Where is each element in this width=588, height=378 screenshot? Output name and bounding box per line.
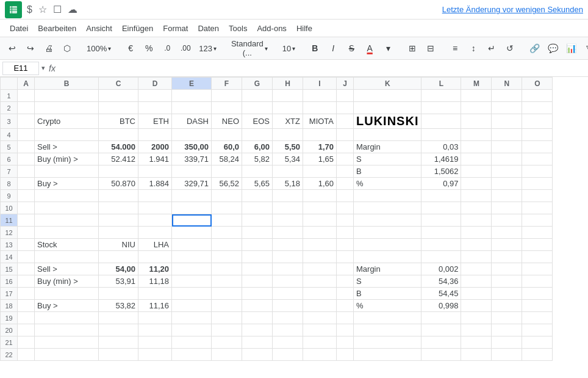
cell-M15[interactable]	[461, 263, 492, 275]
cell-D14[interactable]	[138, 251, 172, 263]
cell-ref-arrow-icon[interactable]: ▾	[41, 64, 45, 72]
cell-L22[interactable]	[421, 349, 461, 361]
cell-D13[interactable]: LHA	[138, 239, 172, 251]
cell-O17[interactable]	[522, 288, 553, 300]
cell-J14[interactable]	[337, 251, 354, 263]
cell-G21[interactable]	[242, 336, 273, 349]
cell-O13[interactable]	[522, 239, 553, 251]
menu-hilfe[interactable]: Hilfe	[292, 23, 317, 34]
cell-F11[interactable]	[212, 214, 242, 227]
cell-D4[interactable]	[138, 129, 172, 141]
cell-N22[interactable]	[492, 349, 522, 361]
col-header-J[interactable]: J	[337, 78, 354, 90]
comment-button[interactable]: 💬	[544, 40, 561, 57]
cell-L2[interactable]	[421, 102, 461, 114]
cell-M13[interactable]	[461, 239, 492, 251]
cell-K4[interactable]	[354, 129, 421, 141]
cell-N16[interactable]	[492, 275, 522, 288]
cell-J22[interactable]	[337, 349, 354, 361]
cell-D18[interactable]: 11,16	[138, 300, 172, 312]
cell-B19[interactable]	[35, 312, 99, 324]
cell-C11[interactable]	[99, 214, 138, 227]
cell-L19[interactable]	[421, 312, 461, 324]
cell-L20[interactable]	[421, 324, 461, 336]
strikethrough-button[interactable]: S̶	[343, 40, 360, 57]
menu-addons[interactable]: Add-ons	[252, 23, 291, 34]
cell-C4[interactable]	[99, 129, 138, 141]
cell-H9[interactable]	[273, 190, 303, 202]
cell-N4[interactable]	[492, 129, 522, 141]
cell-J21[interactable]	[337, 336, 354, 349]
bold-button[interactable]: B	[306, 40, 323, 57]
cell-J12[interactable]	[337, 227, 354, 239]
cell-B5[interactable]: Sell >	[35, 141, 99, 153]
cell-L11[interactable]	[421, 214, 461, 227]
cell-H17[interactable]	[273, 288, 303, 300]
cell-C22[interactable]	[99, 349, 138, 361]
cell-A21[interactable]	[18, 336, 35, 349]
print-button[interactable]: 🖨	[40, 40, 57, 57]
col-header-O[interactable]: O	[522, 78, 553, 90]
cell-F21[interactable]	[212, 336, 242, 349]
cell-F1[interactable]	[212, 90, 242, 102]
cell-N7[interactable]	[492, 165, 522, 178]
chart-button[interactable]: 📊	[562, 40, 579, 57]
cell-L8[interactable]: 0,97	[421, 178, 461, 190]
cell-K21[interactable]	[354, 336, 421, 349]
cell-F20[interactable]	[212, 324, 242, 336]
filter-button[interactable]: ▽	[581, 40, 588, 57]
cell-B10[interactable]	[35, 202, 99, 214]
cell-I8[interactable]: 1,60	[303, 178, 337, 190]
cell-O16[interactable]	[522, 275, 553, 288]
cell-H20[interactable]	[273, 324, 303, 336]
row-header-22[interactable]: 22	[1, 349, 18, 361]
cell-I12[interactable]	[303, 227, 337, 239]
cell-A4[interactable]	[18, 129, 35, 141]
cell-I2[interactable]	[303, 102, 337, 114]
cell-J16[interactable]	[337, 275, 354, 288]
cell-G19[interactable]	[242, 312, 273, 324]
col-header-K[interactable]: K	[354, 78, 421, 90]
cell-C10[interactable]	[99, 202, 138, 214]
cell-A9[interactable]	[18, 190, 35, 202]
cell-G5[interactable]: 6,00	[242, 141, 273, 153]
cell-C7[interactable]	[99, 165, 138, 178]
cell-L3[interactable]	[421, 114, 461, 129]
cell-I1[interactable]	[303, 90, 337, 102]
cell-K18[interactable]: %	[354, 300, 421, 312]
cell-N13[interactable]	[492, 239, 522, 251]
cell-O9[interactable]	[522, 190, 553, 202]
cell-J3[interactable]	[337, 114, 354, 129]
cell-K10[interactable]	[354, 202, 421, 214]
cell-I11[interactable]	[303, 214, 337, 227]
row-header-1[interactable]: 1	[1, 90, 18, 102]
cell-I9[interactable]	[303, 190, 337, 202]
cell-M22[interactable]	[461, 349, 492, 361]
menu-daten[interactable]: Daten	[193, 23, 224, 34]
cell-O2[interactable]	[522, 102, 553, 114]
cell-G18[interactable]	[242, 300, 273, 312]
cell-M10[interactable]	[461, 202, 492, 214]
cell-L5[interactable]: 0,03	[421, 141, 461, 153]
row-header-16[interactable]: 16	[1, 275, 18, 288]
cell-I17[interactable]	[303, 288, 337, 300]
cell-H15[interactable]	[273, 263, 303, 275]
col-header-B[interactable]: B	[35, 78, 99, 90]
cell-N21[interactable]	[492, 336, 522, 349]
cell-E3[interactable]: DASH	[172, 114, 212, 129]
cell-K15[interactable]: Margin	[354, 263, 421, 275]
cell-D15[interactable]: 11,20	[138, 263, 172, 275]
cell-F18[interactable]	[212, 300, 242, 312]
cell-A3[interactable]	[18, 114, 35, 129]
cell-M12[interactable]	[461, 227, 492, 239]
cell-H12[interactable]	[273, 227, 303, 239]
cell-K14[interactable]	[354, 251, 421, 263]
cell-reference-input[interactable]	[2, 62, 39, 75]
cell-M7[interactable]	[461, 165, 492, 178]
row-header-12[interactable]: 12	[1, 227, 18, 239]
cell-J18[interactable]	[337, 300, 354, 312]
row-header-6[interactable]: 6	[1, 153, 18, 165]
cell-J7[interactable]	[337, 165, 354, 178]
italic-button[interactable]: I	[324, 40, 342, 57]
cell-C2[interactable]	[99, 102, 138, 114]
